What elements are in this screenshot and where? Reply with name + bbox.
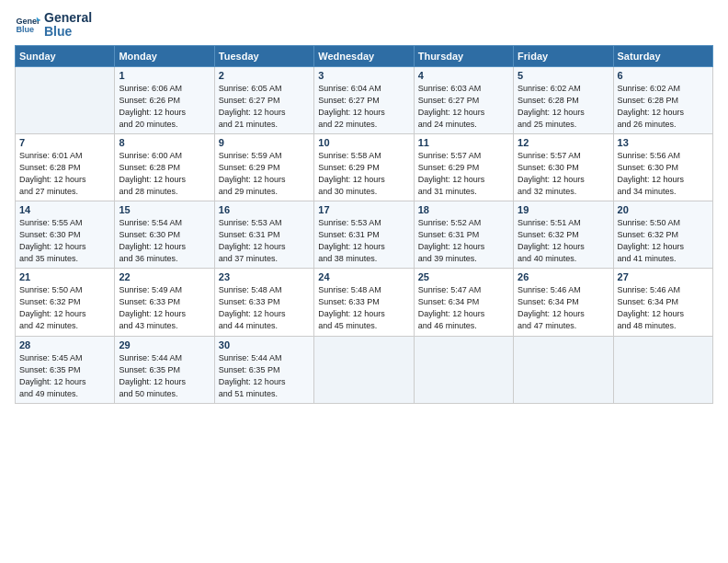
calendar-cell: 25Sunrise: 5:47 AM Sunset: 6:34 PM Dayli… <box>414 269 513 336</box>
calendar-cell: 5Sunrise: 6:02 AM Sunset: 6:28 PM Daylig… <box>514 66 613 133</box>
day-info: Sunrise: 5:46 AM Sunset: 6:34 PM Dayligh… <box>618 284 709 332</box>
day-number: 24 <box>318 271 409 282</box>
day-number: 2 <box>219 70 310 81</box>
day-info: Sunrise: 5:48 AM Sunset: 6:33 PM Dayligh… <box>219 284 310 332</box>
day-number: 21 <box>19 271 110 282</box>
day-number: 29 <box>119 339 210 350</box>
calendar-header: SundayMondayTuesdayWednesdayThursdayFrid… <box>16 45 713 66</box>
day-info: Sunrise: 5:53 AM Sunset: 6:31 PM Dayligh… <box>219 217 310 265</box>
calendar-cell: 30Sunrise: 5:44 AM Sunset: 6:35 PM Dayli… <box>214 336 313 403</box>
calendar-cell: 19Sunrise: 5:51 AM Sunset: 6:32 PM Dayli… <box>514 201 613 269</box>
calendar-week-1: 1Sunrise: 6:06 AM Sunset: 6:26 PM Daylig… <box>16 66 713 133</box>
calendar-cell: 18Sunrise: 5:52 AM Sunset: 6:31 PM Dayli… <box>414 201 513 269</box>
day-info: Sunrise: 5:52 AM Sunset: 6:31 PM Dayligh… <box>418 217 509 265</box>
day-header-wednesday: Wednesday <box>314 45 414 66</box>
calendar-cell: 26Sunrise: 5:46 AM Sunset: 6:34 PM Dayli… <box>514 269 613 336</box>
day-header-friday: Friday <box>514 45 613 66</box>
header-row-days: SundayMondayTuesdayWednesdayThursdayFrid… <box>16 45 713 66</box>
calendar-cell: 27Sunrise: 5:46 AM Sunset: 6:34 PM Dayli… <box>613 269 712 336</box>
calendar-cell <box>514 336 613 403</box>
day-number: 7 <box>19 137 110 148</box>
day-number: 6 <box>618 70 709 81</box>
calendar-cell: 2Sunrise: 6:05 AM Sunset: 6:27 PM Daylig… <box>214 66 313 133</box>
calendar-cell: 11Sunrise: 5:57 AM Sunset: 6:29 PM Dayli… <box>414 133 513 201</box>
day-number: 26 <box>518 271 609 282</box>
day-number: 22 <box>119 271 210 282</box>
calendar-cell: 6Sunrise: 6:02 AM Sunset: 6:28 PM Daylig… <box>613 66 712 133</box>
calendar-body: 1Sunrise: 6:06 AM Sunset: 6:26 PM Daylig… <box>16 66 713 403</box>
logo-icon: General Blue <box>15 12 40 38</box>
day-info: Sunrise: 6:03 AM Sunset: 6:27 PM Dayligh… <box>418 83 509 131</box>
day-number: 3 <box>318 70 409 81</box>
day-info: Sunrise: 5:50 AM Sunset: 6:32 PM Dayligh… <box>618 217 709 265</box>
day-number: 19 <box>518 204 609 215</box>
calendar-cell <box>613 336 712 403</box>
day-info: Sunrise: 5:58 AM Sunset: 6:29 PM Dayligh… <box>318 150 409 198</box>
calendar-cell: 15Sunrise: 5:54 AM Sunset: 6:30 PM Dayli… <box>115 201 214 269</box>
day-info: Sunrise: 5:51 AM Sunset: 6:32 PM Dayligh… <box>518 217 609 265</box>
day-info: Sunrise: 5:59 AM Sunset: 6:29 PM Dayligh… <box>219 150 310 198</box>
day-info: Sunrise: 6:04 AM Sunset: 6:27 PM Dayligh… <box>318 83 409 131</box>
day-info: Sunrise: 5:50 AM Sunset: 6:32 PM Dayligh… <box>19 284 110 332</box>
day-number: 4 <box>418 70 509 81</box>
day-info: Sunrise: 5:55 AM Sunset: 6:30 PM Dayligh… <box>19 217 110 265</box>
day-number: 28 <box>19 339 110 350</box>
calendar-cell: 20Sunrise: 5:50 AM Sunset: 6:32 PM Dayli… <box>613 201 712 269</box>
logo-text: General Blue <box>44 11 92 40</box>
day-number: 1 <box>119 70 210 81</box>
day-info: Sunrise: 5:56 AM Sunset: 6:30 PM Dayligh… <box>618 150 709 198</box>
day-info: Sunrise: 5:53 AM Sunset: 6:31 PM Dayligh… <box>318 217 409 265</box>
day-header-saturday: Saturday <box>613 45 712 66</box>
calendar-week-5: 28Sunrise: 5:45 AM Sunset: 6:35 PM Dayli… <box>16 336 713 403</box>
day-number: 5 <box>518 70 609 81</box>
day-number: 17 <box>318 204 409 215</box>
day-info: Sunrise: 5:44 AM Sunset: 6:35 PM Dayligh… <box>119 352 210 400</box>
calendar-cell <box>414 336 513 403</box>
day-info: Sunrise: 5:44 AM Sunset: 6:35 PM Dayligh… <box>219 352 310 400</box>
day-header-tuesday: Tuesday <box>214 45 313 66</box>
calendar-table: SundayMondayTuesdayWednesdayThursdayFrid… <box>15 45 713 404</box>
day-info: Sunrise: 5:47 AM Sunset: 6:34 PM Dayligh… <box>418 284 509 332</box>
day-info: Sunrise: 5:49 AM Sunset: 6:33 PM Dayligh… <box>119 284 210 332</box>
day-header-thursday: Thursday <box>414 45 513 66</box>
svg-text:Blue: Blue <box>16 26 34 35</box>
day-header-monday: Monday <box>115 45 214 66</box>
calendar-cell: 10Sunrise: 5:58 AM Sunset: 6:29 PM Dayli… <box>314 133 414 201</box>
day-info: Sunrise: 6:00 AM Sunset: 6:28 PM Dayligh… <box>119 150 210 198</box>
calendar-cell: 14Sunrise: 5:55 AM Sunset: 6:30 PM Dayli… <box>16 201 115 269</box>
day-info: Sunrise: 6:02 AM Sunset: 6:28 PM Dayligh… <box>518 83 609 131</box>
day-number: 11 <box>418 137 509 148</box>
day-number: 16 <box>219 204 310 215</box>
day-header-sunday: Sunday <box>16 45 115 66</box>
calendar-cell: 22Sunrise: 5:49 AM Sunset: 6:33 PM Dayli… <box>115 269 214 336</box>
calendar-week-3: 14Sunrise: 5:55 AM Sunset: 6:30 PM Dayli… <box>16 201 713 269</box>
calendar-cell: 8Sunrise: 6:00 AM Sunset: 6:28 PM Daylig… <box>115 133 214 201</box>
day-number: 13 <box>618 137 709 148</box>
day-info: Sunrise: 5:46 AM Sunset: 6:34 PM Dayligh… <box>518 284 609 332</box>
day-number: 25 <box>418 271 509 282</box>
day-number: 18 <box>418 204 509 215</box>
logo: General Blue General Blue <box>15 11 92 40</box>
calendar-week-4: 21Sunrise: 5:50 AM Sunset: 6:32 PM Dayli… <box>16 269 713 336</box>
day-number: 27 <box>618 271 709 282</box>
calendar-cell: 4Sunrise: 6:03 AM Sunset: 6:27 PM Daylig… <box>414 66 513 133</box>
day-number: 20 <box>618 204 709 215</box>
day-info: Sunrise: 5:57 AM Sunset: 6:30 PM Dayligh… <box>518 150 609 198</box>
day-info: Sunrise: 6:06 AM Sunset: 6:26 PM Dayligh… <box>119 83 210 131</box>
day-number: 8 <box>119 137 210 148</box>
day-info: Sunrise: 5:57 AM Sunset: 6:29 PM Dayligh… <box>418 150 509 198</box>
day-info: Sunrise: 6:05 AM Sunset: 6:27 PM Dayligh… <box>219 83 310 131</box>
calendar-cell: 12Sunrise: 5:57 AM Sunset: 6:30 PM Dayli… <box>514 133 613 201</box>
calendar-cell: 24Sunrise: 5:48 AM Sunset: 6:33 PM Dayli… <box>314 269 414 336</box>
calendar-cell: 3Sunrise: 6:04 AM Sunset: 6:27 PM Daylig… <box>314 66 414 133</box>
day-number: 30 <box>219 339 310 350</box>
calendar-cell: 1Sunrise: 6:06 AM Sunset: 6:26 PM Daylig… <box>115 66 214 133</box>
main-container: General Blue General Blue SundayMondayTu… <box>0 0 728 411</box>
calendar-cell <box>16 66 115 133</box>
day-number: 9 <box>219 137 310 148</box>
day-number: 12 <box>518 137 609 148</box>
calendar-cell: 17Sunrise: 5:53 AM Sunset: 6:31 PM Dayli… <box>314 201 414 269</box>
calendar-cell: 16Sunrise: 5:53 AM Sunset: 6:31 PM Dayli… <box>214 201 313 269</box>
calendar-cell: 28Sunrise: 5:45 AM Sunset: 6:35 PM Dayli… <box>16 336 115 403</box>
calendar-cell <box>314 336 414 403</box>
